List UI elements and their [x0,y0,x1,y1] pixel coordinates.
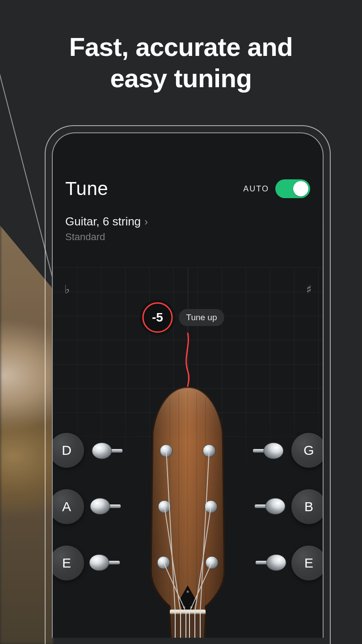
sharp-icon: ♯ [306,283,312,297]
tuning-meter: -5 Tune up [142,302,224,333]
svg-point-5 [187,591,189,593]
string-label: G [303,443,314,458]
instrument-selector[interactable]: Guitar, 6 string › [65,215,310,229]
guitar-headstock: D A E G B E [121,384,255,638]
svg-point-30 [92,443,112,459]
tuning-peg-d[interactable] [91,441,122,461]
tuning-peg-g[interactable] [253,441,284,461]
tuning-peg-a[interactable] [89,496,121,516]
top-bar: Tune AUTO [65,178,310,199]
string-label: E [304,555,313,571]
cents-readout: -5 [142,302,173,333]
tuning-peg-e-low[interactable] [88,553,120,572]
toggle-knob [293,181,308,196]
flat-icon: ♭ [64,283,70,297]
string-label: B [304,499,313,514]
string-label: E [62,555,71,571]
app-screen: Tune AUTO Guitar, 6 string › Standard ♭ … [53,133,323,638]
svg-point-34 [89,555,109,571]
string-button-b[interactable]: B [291,489,324,524]
chevron-right-icon: › [144,216,148,227]
string-label: A [62,499,71,514]
headstock-area: D A E G B E [53,384,323,638]
tuning-peg-b[interactable] [255,496,286,516]
tuning-hint: Tune up [179,309,224,326]
string-button-d[interactable]: D [52,433,84,468]
page-title: Tune [65,178,108,199]
tuning-peg-e-high[interactable] [256,553,287,572]
phone-frame-inner: Tune AUTO Guitar, 6 string › Standard ♭ … [52,132,324,638]
string-button-e-low[interactable]: E [52,546,84,580]
headstock-shape [121,384,255,638]
auto-label: AUTO [243,184,269,194]
headline-line-2: easy tuning [110,64,252,93]
auto-toggle-group: AUTO [243,179,310,198]
string-button-e-high[interactable]: E [291,546,324,580]
string-label: D [62,443,72,458]
svg-point-40 [266,555,286,571]
string-button-a[interactable]: A [52,489,84,524]
svg-point-38 [265,498,285,514]
marketing-headline: Fast, accurate and easy tuning [0,31,362,93]
svg-point-32 [90,498,110,514]
svg-rect-10 [172,614,204,638]
tuning-name: Standard [65,231,310,243]
instrument-name: Guitar, 6 string [65,215,141,229]
svg-point-36 [264,443,283,459]
phone-frame-outer: Tune AUTO Guitar, 6 string › Standard ♭ … [45,125,331,644]
tuner-area: ♭ ♯ -5 Tune up [53,267,323,638]
headline-line-1: Fast, accurate and [69,32,293,61]
auto-toggle[interactable] [275,179,310,198]
string-button-g[interactable]: G [291,433,324,468]
